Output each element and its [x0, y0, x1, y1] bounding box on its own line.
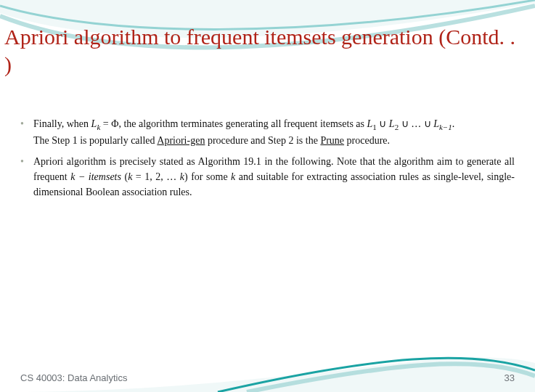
text: = Φ, the algorithm terminates generating…: [100, 118, 367, 129]
slide-body: Finally, when Lk = Φ, the algorithm term…: [20, 116, 515, 205]
text: The Step 1 is popularly called: [33, 135, 157, 146]
footer-page-number: 33: [505, 372, 515, 383]
text: ) for some: [184, 171, 231, 182]
footer-course: CS 40003: Data Analytics: [20, 372, 127, 383]
bottom-curve-decoration: [0, 334, 535, 392]
text: procedure.: [344, 135, 390, 146]
math-sub-km1: k−1: [439, 123, 452, 131]
slide: Apriori algorithm to frequent itemsets g…: [0, 0, 535, 392]
text: Finally, when: [33, 118, 91, 129]
math-L2: L: [389, 118, 395, 129]
slide-title: Apriori algorithm to frequent itemsets g…: [4, 23, 528, 78]
bullet-1: Finally, when Lk = Φ, the algorithm term…: [20, 116, 515, 148]
k-itemsets: k − itemsets: [70, 171, 121, 182]
text: .: [452, 118, 455, 129]
apriori-gen: Apriori-gen: [157, 135, 205, 146]
text: = 1, 2, …: [132, 171, 179, 182]
cup: ∪ … ∪: [399, 118, 433, 129]
cup: ∪: [377, 118, 389, 129]
text: procedure and Step 2 is the: [205, 135, 320, 146]
prune: Prune: [320, 135, 344, 146]
text: (: [121, 171, 128, 182]
math-Lkm1: L: [433, 118, 439, 129]
bullet-2: Apriori algorithm is precisely stated as…: [20, 154, 515, 200]
